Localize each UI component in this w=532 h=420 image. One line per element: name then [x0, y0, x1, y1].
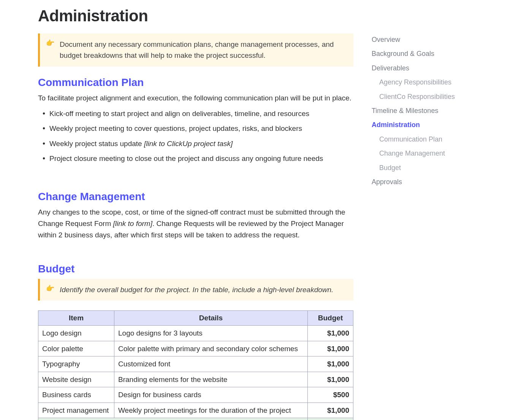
communication-plan-intro: To facilitate project alignment and exec…	[38, 92, 353, 104]
table-row: Project managementWeekly project meeting…	[38, 402, 353, 418]
table-of-contents: OverviewBackground & GoalsDeliverablesAg…	[372, 7, 517, 420]
pointing-hand-icon: 👉	[46, 284, 54, 295]
table-row: Logo designLogo designs for 3 layouts$1,…	[38, 326, 353, 341]
cell-amount: $500	[308, 387, 353, 403]
communication-plan-heading: Communication Plan	[38, 76, 353, 89]
toc-item[interactable]: Administration	[372, 118, 517, 132]
toc-item[interactable]: Deliverables	[372, 61, 517, 75]
communication-plan-list: Kick-off meeting to start project and al…	[38, 106, 353, 166]
table-row: Color paletteColor palette with primary …	[38, 341, 353, 356]
budget-table: Item Details Budget Logo designLogo desi…	[38, 310, 353, 420]
col-budget: Budget	[308, 311, 353, 326]
toc-item[interactable]: ClientCo Responsibilities	[372, 90, 517, 104]
toc-item[interactable]: Change Management	[372, 146, 517, 161]
toc-item[interactable]: Timeline & Milestones	[372, 104, 517, 118]
toc-item[interactable]: Budget	[372, 161, 517, 175]
cell-details: Weekly project meetings for the duration…	[114, 402, 308, 418]
list-item: Weekly project status update [link to Cl…	[49, 136, 353, 151]
list-item: Kick-off meeting to start project and al…	[49, 106, 353, 121]
change-request-form-link[interactable]: [link to form]	[113, 220, 152, 228]
cell-amount: $1,000	[308, 372, 353, 387]
change-management-paragraph: Any changes to the scope, cost, or time …	[38, 207, 353, 241]
toc-item[interactable]: Communication Plan	[372, 132, 517, 146]
toc-item[interactable]: Agency Responsibilities	[372, 75, 517, 89]
cell-amount: $1,000	[308, 402, 353, 418]
admin-callout-text: Document any necessary communication pla…	[60, 39, 347, 61]
col-item: Item	[38, 311, 114, 326]
budget-callout-text: Identify the overall budget for the proj…	[60, 284, 347, 295]
cell-item: Logo design	[38, 326, 114, 341]
toc-item[interactable]: Background & Goals	[372, 47, 517, 61]
cell-details: Customized font	[114, 356, 308, 372]
page-title: Administration	[38, 7, 353, 25]
list-item: Project closure meeting to close out the…	[49, 151, 353, 166]
total-amount: $5,500	[308, 418, 353, 420]
cell-item: Website design	[38, 372, 114, 387]
cell-item: Color palette	[38, 341, 114, 356]
table-row: Business cardsDesign for business cards$…	[38, 387, 353, 403]
cell-item: Project management	[38, 402, 114, 418]
cell-amount: $1,000	[308, 341, 353, 356]
list-item: Weekly project meeting to cover question…	[49, 121, 353, 136]
change-management-heading: Change Management	[38, 191, 353, 203]
cell-details: Logo designs for 3 layouts	[114, 326, 308, 341]
cell-item: Typography	[38, 356, 114, 372]
total-label: TOTAL	[38, 418, 308, 420]
pointing-hand-icon: 👉	[46, 39, 54, 61]
cell-details: Branding elements for the website	[114, 372, 308, 387]
cell-amount: $1,000	[308, 326, 353, 341]
admin-callout: 👉 Document any necessary communication p…	[38, 33, 353, 67]
table-row: TypographyCustomized font$1,000	[38, 356, 353, 372]
cell-item: Business cards	[38, 387, 114, 403]
cell-details: Color palette with primary and secondary…	[114, 341, 308, 356]
table-row: Website designBranding elements for the …	[38, 372, 353, 387]
toc-item[interactable]: Approvals	[372, 175, 517, 189]
budget-total-row: TOTAL $5,500	[38, 418, 353, 420]
clickup-link-placeholder[interactable]: [link to ClickUp project task]	[144, 140, 233, 148]
cell-details: Design for business cards	[114, 387, 308, 403]
budget-heading: Budget	[38, 263, 353, 275]
main-content: Administration 👉 Document any necessary …	[38, 7, 353, 420]
toc-item[interactable]: Overview	[372, 33, 517, 47]
table-header-row: Item Details Budget	[38, 311, 353, 326]
cell-amount: $1,000	[308, 356, 353, 372]
list-item-text: Weekly project status update	[49, 140, 144, 148]
budget-callout: 👉 Identify the overall budget for the pr…	[38, 279, 353, 301]
col-details: Details	[114, 311, 308, 326]
